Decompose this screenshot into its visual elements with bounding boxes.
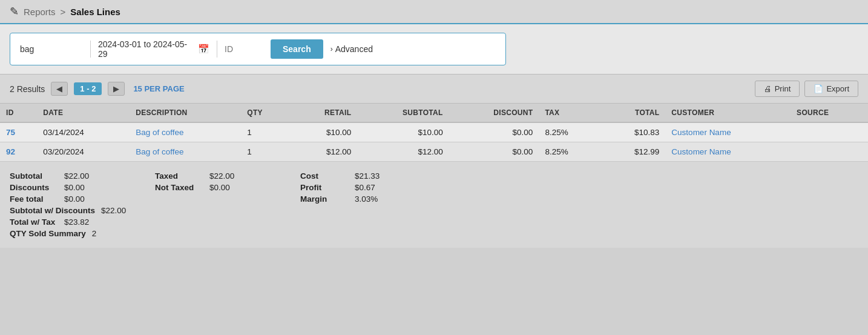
- summary-value: 3.03%: [355, 194, 391, 204]
- summary-row: Not Taxed $0.00: [155, 183, 300, 192]
- summary-value: $23.82: [64, 217, 100, 227]
- summary-label: Profit: [300, 183, 349, 192]
- summary-row: Fee total $0.00: [10, 194, 155, 204]
- summary-row: Subtotal $22.00: [10, 171, 155, 181]
- cell-tax: 8.25%: [539, 122, 600, 142]
- summary-value: $21.33: [355, 171, 391, 181]
- col-customer: CUSTOMER: [665, 104, 791, 122]
- top-bar: ✎ Reports > Sales Lines: [0, 0, 868, 24]
- summary-value: $22.00: [209, 171, 246, 181]
- print-icon: 🖨: [764, 84, 772, 93]
- breadcrumb-parent[interactable]: Reports: [24, 7, 56, 17]
- summary-area: Subtotal $22.00 Discounts $0.00 Fee tota…: [0, 162, 868, 248]
- divider-1: [90, 41, 91, 58]
- summary-col-3: Cost $21.33 Profit $0.67 Margin 3.03%: [300, 171, 482, 238]
- summary-label: Taxed: [155, 171, 203, 181]
- summary-row: Total w/ Tax $23.82: [10, 217, 155, 227]
- cell-customer[interactable]: Customer Name: [665, 142, 791, 162]
- summary-row: QTY Sold Summary 2: [10, 229, 155, 238]
- cell-description[interactable]: Bag of coffee: [130, 142, 241, 162]
- summary-value: $0.67: [355, 183, 391, 192]
- summary-value: $22.00: [64, 171, 100, 181]
- summary-row: Subtotal w/ Discounts $22.00: [10, 206, 155, 215]
- cell-date: 03/14/2024: [37, 122, 130, 142]
- breadcrumb-current: Sales Lines: [70, 7, 120, 17]
- cell-qty: 1: [241, 142, 289, 162]
- date-range-field[interactable]: 2024-03-01 to 2024-05-29 📅: [93, 36, 214, 62]
- summary-col-1: Subtotal $22.00 Discounts $0.00 Fee tota…: [10, 171, 155, 238]
- col-qty: QTY: [241, 104, 289, 122]
- cell-retail: $10.00: [289, 122, 357, 142]
- summary-col-2: Taxed $22.00 Not Taxed $0.00: [155, 171, 300, 238]
- cell-id[interactable]: 92: [0, 142, 37, 162]
- advanced-link[interactable]: › Advanced: [323, 44, 380, 54]
- cell-tax: 8.25%: [539, 142, 600, 162]
- page-prev-button[interactable]: ◀: [51, 82, 68, 96]
- cell-subtotal: $10.00: [357, 122, 449, 142]
- export-button[interactable]: 📄 Export: [804, 81, 858, 97]
- col-tax: TAX: [539, 104, 600, 122]
- col-date: DATE: [37, 104, 130, 122]
- summary-label: Discounts: [10, 183, 58, 192]
- col-source: SOURCE: [791, 104, 868, 122]
- cell-id[interactable]: 75: [0, 122, 37, 142]
- per-page-selector[interactable]: 15 PER PAGE: [133, 84, 184, 93]
- col-subtotal: SUBTOTAL: [357, 104, 449, 122]
- chevron-right-icon: ›: [330, 45, 333, 53]
- print-label: Print: [775, 84, 791, 93]
- cell-customer[interactable]: Customer Name: [665, 122, 791, 142]
- summary-value: $22.00: [101, 206, 137, 215]
- cell-subtotal: $12.00: [357, 142, 449, 162]
- col-retail: RETAIL: [289, 104, 357, 122]
- page-next-button[interactable]: ▶: [108, 82, 125, 96]
- table-header-row: ID DATE DESCRIPTION QTY RETAIL SUBTOTAL …: [0, 104, 868, 122]
- col-description: DESCRIPTION: [130, 104, 241, 122]
- summary-label: Cost: [300, 171, 349, 181]
- summary-label: Fee total: [10, 194, 58, 204]
- summary-label: QTY Sold Summary: [10, 229, 86, 238]
- search-button[interactable]: Search: [271, 39, 323, 59]
- results-actions: 🖨 Print 📄 Export: [755, 81, 858, 97]
- cell-discount: $0.00: [449, 122, 539, 142]
- reports-icon: ✎: [10, 5, 19, 18]
- summary-value: $0.00: [64, 194, 100, 204]
- summary-label: Subtotal w/ Discounts: [10, 206, 95, 215]
- search-id-input[interactable]: [220, 41, 268, 58]
- results-table-container: ID DATE DESCRIPTION QTY RETAIL SUBTOTAL …: [0, 104, 868, 162]
- print-button[interactable]: 🖨 Print: [755, 81, 800, 97]
- divider-2: [217, 41, 217, 58]
- summary-value: $0.00: [209, 183, 246, 192]
- cell-description[interactable]: Bag of coffee: [130, 122, 241, 142]
- cell-qty: 1: [241, 122, 289, 142]
- cell-source: [791, 122, 868, 142]
- cell-source: [791, 142, 868, 162]
- summary-value: 2: [92, 229, 128, 238]
- search-bar: 2024-03-01 to 2024-05-29 📅 Search › Adva…: [10, 33, 506, 65]
- summary-row: Taxed $22.00: [155, 171, 300, 181]
- summary-label: Total w/ Tax: [10, 217, 58, 227]
- calendar-icon[interactable]: 📅: [198, 44, 209, 55]
- summary-row: Margin 3.03%: [300, 194, 482, 204]
- summary-row: Profit $0.67: [300, 183, 482, 192]
- col-discount: DISCOUNT: [449, 104, 539, 122]
- summary-row: Discounts $0.00: [10, 183, 155, 192]
- col-id: ID: [0, 104, 37, 122]
- export-icon: 📄: [814, 84, 823, 93]
- advanced-label: Advanced: [335, 44, 373, 54]
- results-table: ID DATE DESCRIPTION QTY RETAIL SUBTOTAL …: [0, 104, 868, 162]
- cell-total: $12.99: [600, 142, 665, 162]
- summary-row: Cost $21.33: [300, 171, 482, 181]
- summary-label: Subtotal: [10, 171, 58, 181]
- table-row: 75 03/14/2024 Bag of coffee 1 $10.00 $10…: [0, 122, 868, 142]
- search-area: 2024-03-01 to 2024-05-29 📅 Search › Adva…: [0, 24, 868, 75]
- page-indicator: 1 - 2: [74, 82, 102, 95]
- export-label: Export: [826, 84, 849, 93]
- search-keyword-input[interactable]: [15, 41, 88, 58]
- summary-label: Not Taxed: [155, 183, 203, 192]
- results-count: 2 Results: [10, 84, 45, 94]
- summary-value: $0.00: [64, 183, 100, 192]
- cell-discount: $0.00: [449, 142, 539, 162]
- table-row: 92 03/20/2024 Bag of coffee 1 $12.00 $12…: [0, 142, 868, 162]
- col-total: TOTAL: [600, 104, 665, 122]
- date-range-text: 2024-03-01 to 2024-05-29: [98, 39, 194, 59]
